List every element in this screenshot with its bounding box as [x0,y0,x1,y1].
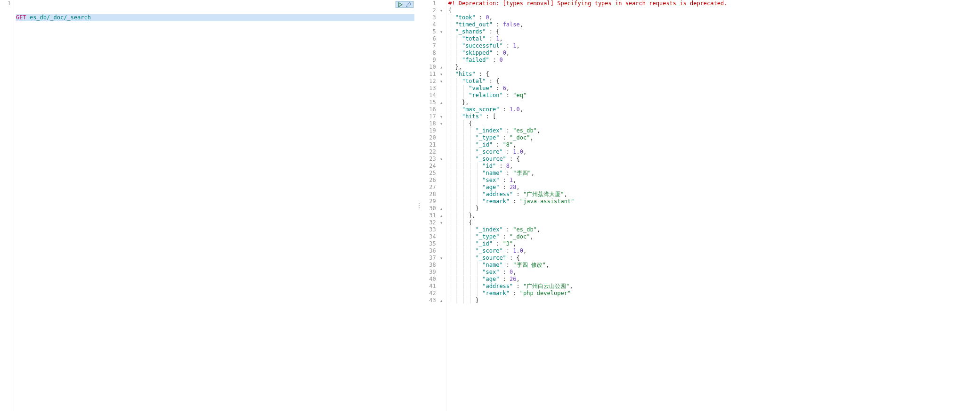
line-number: 42 [429,290,436,296]
fold-toggle-icon[interactable]: ▾ [439,255,443,262]
line-number: 39 [429,269,436,275]
response-line: │ │ "successful" : 1, [448,42,980,49]
fold-toggle-icon[interactable]: ▾ [439,120,443,127]
fold-toggle-icon[interactable]: ▴ [439,212,443,219]
gutter-line: 12 ▾ [424,78,443,85]
gutter-line: 33 [424,226,443,233]
gutter-line: 9 [424,57,443,64]
response-line: │ │ │ │ │ "id" : 8, [448,163,980,170]
response-line: { [448,7,980,14]
fold-toggle-icon[interactable]: ▾ [439,28,443,35]
response-line: │ │ │ │ "_id" : "3", [448,240,980,247]
wrench-button[interactable] [405,1,413,8]
gutter-line: 6 [424,35,443,42]
fold-toggle-icon[interactable]: ▾ [439,71,443,78]
response-line: │ "timed_out" : false, [448,21,980,28]
response-line: │ │ │ │ │ "sex" : 0, [448,269,980,276]
line-number: 27 [429,184,436,190]
response-gutter: 1 2 ▾3 4 5 ▾6 7 8 9 10 ▴11 ▾12 ▾13 14 15… [424,0,446,411]
http-method: GET [16,14,26,21]
gutter-line: 5 ▾ [424,28,443,35]
gutter-line: 28 [424,191,443,198]
gutter-line: 2 ▾ [424,7,443,14]
drag-handle-icon: ⋮ [416,202,422,209]
response-line: │ │ │ { [448,120,980,127]
fold-toggle-icon[interactable]: ▴ [439,99,443,106]
line-number: 11 [429,71,436,77]
response-line: │ │ │ │ "_index" : "es_db", [448,226,980,233]
line-number: 1 [433,0,436,7]
gutter-line: 25 [424,170,443,177]
response-line: │ │ │ │ │ "remark" : "php developer" [448,290,980,297]
response-line: │ │ │ │ │ "name" : "李四_修改", [448,262,980,269]
gutter-line: 24 [424,163,443,170]
gutter-line: 41 [424,283,443,290]
gutter-line: 23 ▾ [424,156,443,163]
fold-toggle-icon[interactable]: ▴ [439,64,443,71]
fold-toggle-icon[interactable]: ▴ [439,297,443,304]
gutter-line: 3 [424,14,443,21]
line-number: 16 [429,106,436,113]
response-line: │ │ "total" : { [448,78,980,85]
gutter-line: 37 ▾ [424,255,443,262]
line-number: 18 [429,120,436,127]
request-code-area[interactable]: GET es_db/_doc/_search [14,0,414,411]
response-line: │ │ "failed" : 0 [448,57,980,64]
line-number: 23 [429,156,436,162]
gutter-line: 26 [424,177,443,184]
gutter-line: 1 [424,0,443,7]
gutter-line: 13 [424,85,443,92]
response-code-area[interactable]: #! Deprecation: [types removal] Specifyi… [446,0,980,411]
response-line: │ │ │ │ │ "remark" : "java assistant" [448,198,980,205]
fold-toggle-icon[interactable]: ▴ [439,205,443,212]
pane-divider[interactable]: ⋮ [414,0,424,411]
response-line: │ │ │ │ "_score" : 1.0, [448,247,980,255]
response-line: │ │ │ │ │ "address" : "广州荔湾大厦", [448,191,980,198]
line-number: 40 [429,276,436,282]
gutter-line: 21 [424,141,443,148]
line-number: 36 [429,247,436,254]
gutter-line: 29 [424,198,443,205]
line-number: 6 [433,35,436,42]
play-icon [397,2,403,8]
request-line[interactable]: GET es_db/_doc/_search [16,14,414,21]
line-number: 28 [429,191,436,197]
response-line: │ │ │ │ "_index" : "es_db", [448,127,980,134]
line-number: 13 [429,85,436,91]
gutter-line: 32 ▾ [424,219,443,226]
gutter-line: 16 [424,106,443,113]
response-line: │ "took" : 0, [448,14,980,21]
response-line: │ │ }, [448,99,980,106]
response-line: │ │ "total" : 1, [448,35,980,42]
response-line: │ │ │ │ } [448,205,980,212]
line-number: 5 [433,28,436,35]
line-number: 2 [433,7,436,14]
line-number: 41 [429,283,436,289]
fold-toggle-icon[interactable]: ▾ [439,156,443,163]
wrench-icon [406,2,412,8]
line-number: 24 [429,163,436,169]
line-number: 21 [429,141,436,148]
gutter-line: 4 [424,21,443,28]
line-number: 4 [433,21,436,28]
fold-toggle-icon[interactable]: ▾ [439,113,443,120]
response-line: │ │ │ │ │ "age" : 26, [448,276,980,283]
line-number: 38 [429,262,436,268]
gutter-line: 17 ▾ [424,113,443,120]
line-number: 19 [429,127,436,134]
request-gutter: 1 [0,0,14,411]
response-line: │ }, [448,64,980,71]
run-button[interactable] [396,1,405,8]
line-number: 37 [429,255,436,261]
gutter-line: 15 ▴ [424,99,443,106]
line-number: 7 [433,42,436,49]
response-line: │ │ │ │ } [448,297,980,304]
line-number: 26 [429,177,436,183]
fold-toggle-icon[interactable]: ▾ [439,78,443,85]
fold-toggle-icon[interactable]: ▾ [439,219,443,226]
line-number: 34 [429,233,436,240]
gutter-line: 1 [0,0,11,7]
fold-toggle-icon[interactable]: ▾ [439,7,443,14]
line-number: 31 [429,212,436,219]
response-line: │ │ "hits" : [ [448,113,980,120]
